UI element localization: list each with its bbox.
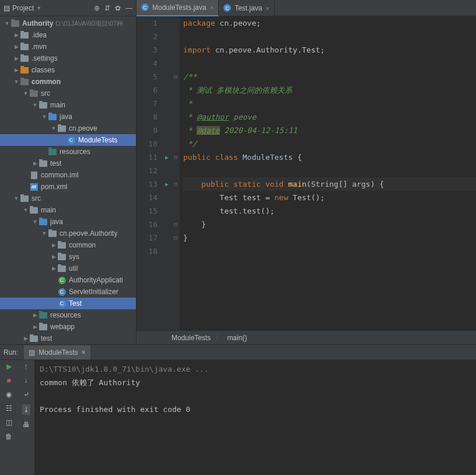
editor-area: CModuleTests.java×CTest.java× 1234567891… <box>136 0 476 344</box>
tree-item-label: classes <box>32 66 55 74</box>
run-gutter[interactable]: ▶▶ <box>162 16 172 330</box>
tree-item[interactable]: java <box>0 216 136 228</box>
tree-item[interactable]: common <box>0 239 136 251</box>
tree-item[interactable]: cn.peove <box>0 123 136 134</box>
tree-arrow-icon[interactable] <box>13 32 20 38</box>
tree-arrow-icon[interactable] <box>22 90 29 96</box>
sidebar-title: Project <box>12 4 34 12</box>
tree-item-label: sys <box>69 253 79 261</box>
tree-item-label: test <box>41 334 52 343</box>
tree-item[interactable]: AuthorityD:\01JAVA\90项目\07种 <box>0 18 136 29</box>
tree-item[interactable]: CModuleTests <box>0 134 136 146</box>
print-icon[interactable]: 🖶 <box>23 421 30 429</box>
tree-item[interactable]: src <box>0 193 136 204</box>
hide-icon[interactable]: — <box>125 4 132 12</box>
fold-gutter[interactable]: ⊟⊟⊟⊟⊟ <box>172 16 180 330</box>
tree-arrow-icon[interactable] <box>22 207 29 213</box>
stop-icon[interactable]: ■ <box>6 376 10 385</box>
tree-item[interactable]: cn.peove.Authority <box>0 228 136 239</box>
tree-item[interactable]: .mvn <box>0 41 136 53</box>
editor-tabs: CModuleTests.java×CTest.java× <box>136 0 476 16</box>
close-icon[interactable]: × <box>210 4 214 11</box>
tree-item-label: .mvn <box>32 43 47 51</box>
tree-arrow-icon[interactable] <box>32 312 38 318</box>
tree-item[interactable]: common.iml <box>0 169 136 181</box>
tree-arrow-icon[interactable] <box>32 219 38 225</box>
tree-item-label: .settings <box>32 54 58 62</box>
pin-icon[interactable]: ◫ <box>6 418 12 427</box>
locate-icon[interactable]: ⊕ <box>94 4 100 12</box>
up-icon[interactable]: ↑ <box>24 362 28 371</box>
tree-item[interactable]: classes <box>0 64 136 76</box>
breadcrumb[interactable]: ModuleTests 〉 main() <box>136 330 476 344</box>
tree-item-label: cn.peove <box>69 124 97 132</box>
tree-item[interactable]: test <box>0 158 136 169</box>
tree-item-label: common <box>69 241 96 249</box>
close-icon[interactable]: × <box>266 5 270 12</box>
down-icon[interactable]: ↓ <box>24 376 28 385</box>
rerun-icon[interactable]: ▶ <box>6 362 12 371</box>
tree-arrow-icon[interactable] <box>13 55 20 61</box>
tree-item[interactable]: .idea <box>0 29 136 41</box>
tree-arrow-icon[interactable] <box>13 195 20 201</box>
tree-item[interactable]: resources <box>0 309 136 321</box>
project-sidebar: ▤ Project ▼ ⊕ ⇵ ✿ — AuthorityD:\01JAVA\9… <box>0 0 136 344</box>
breadcrumb-item[interactable]: ModuleTests <box>172 334 211 342</box>
tree-item[interactable]: test <box>0 333 136 344</box>
scroll-icon[interactable]: ⤓ <box>22 404 30 415</box>
tree-arrow-icon[interactable] <box>32 102 38 108</box>
tree-arrow-icon[interactable] <box>41 114 48 120</box>
console-output[interactable]: D:\TTS10\jdk1.8.0_71\bin\java.exe ...com… <box>35 360 476 475</box>
layout-icon[interactable]: ☷ <box>6 404 12 413</box>
tree-item[interactable]: main <box>0 204 136 216</box>
tree-item[interactable]: webapp <box>0 321 136 333</box>
project-view-icon: ▤ <box>4 4 10 12</box>
camera-icon[interactable]: ◉ <box>6 390 12 399</box>
tree-item[interactable]: java <box>0 111 136 123</box>
editor-tab[interactable]: CModuleTests.java× <box>136 0 219 16</box>
code-editor[interactable]: package cn.peove;import cn.peove.Authori… <box>180 16 476 330</box>
tree-arrow-icon[interactable] <box>13 67 20 73</box>
run-left-toolbar: ▶ ■ ◉ ☷ ◫ 🗑 <box>0 360 18 475</box>
tree-item[interactable]: resources <box>0 146 136 158</box>
tree-arrow-icon[interactable] <box>50 125 57 131</box>
project-tree[interactable]: AuthorityD:\01JAVA\90项目\07种.idea.mvn.set… <box>0 16 136 344</box>
tree-arrow-icon[interactable] <box>50 266 57 271</box>
tree-arrow-icon[interactable] <box>13 79 20 85</box>
tree-arrow-icon[interactable] <box>22 336 29 341</box>
tree-item[interactable]: .settings <box>0 53 136 64</box>
tree-item[interactable]: util <box>0 263 136 274</box>
expand-icon[interactable]: ⇵ <box>104 4 110 12</box>
run-secondary-toolbar: ↑ ↓ ⤶ ⤓ 🖶 <box>18 360 35 475</box>
tree-item[interactable]: mpom.xml <box>0 181 136 193</box>
tree-arrow-icon[interactable] <box>41 230 48 236</box>
tree-arrow-icon[interactable] <box>50 242 57 248</box>
line-gutter[interactable]: 123456789101112131415161718 <box>136 16 162 330</box>
breadcrumb-item[interactable]: main() <box>227 334 247 342</box>
close-icon[interactable]: × <box>82 348 86 357</box>
tree-item-label: .idea <box>32 31 47 39</box>
tree-arrow-icon[interactable] <box>32 324 38 330</box>
tree-arrow-icon[interactable] <box>50 254 57 260</box>
trash-icon[interactable]: 🗑 <box>5 432 12 441</box>
tree-arrow-icon[interactable] <box>13 44 20 50</box>
tree-item-label: Authority <box>22 19 53 27</box>
tree-item[interactable]: src <box>0 88 136 99</box>
run-label: Run: <box>4 348 18 357</box>
gear-icon[interactable]: ✿ <box>115 4 121 12</box>
tree-arrow-icon[interactable] <box>32 160 38 166</box>
run-config-tab[interactable]: ▤ ModuleTests × <box>24 345 90 359</box>
wrap-icon[interactable]: ⤶ <box>23 390 29 399</box>
tree-item[interactable]: sys <box>0 251 136 263</box>
tree-item[interactable]: main <box>0 99 136 111</box>
tree-item[interactable]: CServletInitializer <box>0 286 136 298</box>
tree-item[interactable]: CAuthorityApplicati <box>0 274 136 286</box>
tree-arrow-icon[interactable] <box>4 20 10 26</box>
tree-item[interactable]: CTest <box>0 298 136 309</box>
tree-item-label: resources <box>60 148 90 156</box>
tree-item[interactable]: common <box>0 76 136 88</box>
dropdown-icon[interactable]: ▼ <box>36 5 41 11</box>
tree-item-label: test <box>50 159 61 167</box>
run-panel: Run: ▤ ModuleTests × ▶ ■ ◉ ☷ ◫ 🗑 ↑ ↓ ⤶ ⤓… <box>0 344 476 475</box>
editor-tab[interactable]: CTest.java× <box>219 0 275 16</box>
